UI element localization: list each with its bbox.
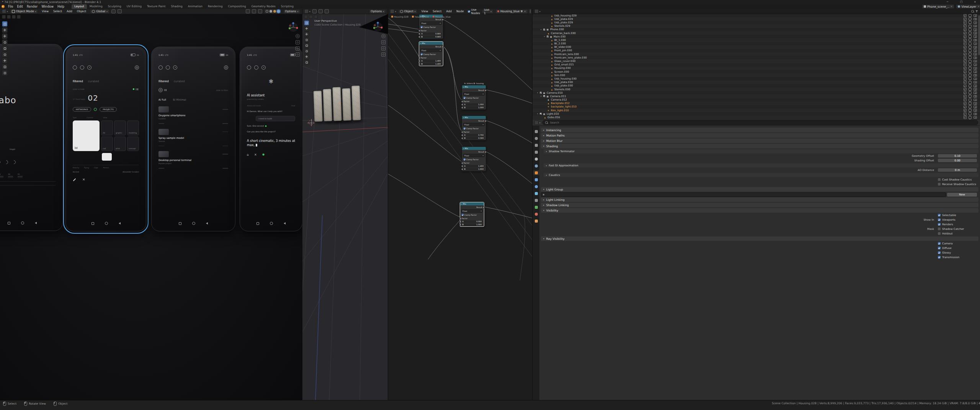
workspace-tab[interactable]: Geometry Nodes: [248, 4, 278, 9]
node-clamp-checkbox[interactable]: Clamp Factor: [462, 127, 486, 130]
category-tile[interactable]: modeling: [127, 120, 139, 135]
properties-tab[interactable]: [533, 212, 539, 216]
breadcrumb-item[interactable]: Housing_blue›: [433, 15, 451, 18]
subsection-caustics[interactable]: ▾Caustics: [544, 173, 978, 177]
node-input-a[interactable]: A0.700: [463, 134, 485, 137]
editor-type-button[interactable]: ▾: [534, 120, 541, 125]
properties-search[interactable]: [542, 120, 978, 125]
back-icon[interactable]: [119, 222, 121, 225]
selectable-toggle-icon[interactable]: [964, 102, 967, 105]
material-shading-icon[interactable]: [273, 10, 276, 13]
loop-icon[interactable]: [158, 65, 163, 70]
tab-filtered[interactable]: filtered: [73, 80, 83, 83]
viewport-visibility-icon[interactable]: [969, 88, 972, 91]
material-selector[interactable]: Housing_blue ×: [495, 9, 528, 14]
settings-gear-icon[interactable]: [224, 65, 228, 70]
toggle-perspective-icon[interactable]: [381, 52, 385, 57]
menu-item[interactable]: Render: [25, 5, 39, 8]
outliner-row[interactable]: ▾ Phone.030: [532, 28, 980, 31]
viewport-visibility-icon[interactable]: [969, 95, 972, 98]
rendered-shading-icon[interactable]: [277, 10, 280, 13]
typed-prompt[interactable]: A short cinematic, 3 minutes at max,: [247, 139, 295, 147]
render-visibility-icon[interactable]: [973, 25, 977, 28]
selectable-toggle-icon[interactable]: [964, 95, 967, 98]
transform-orientation-dropdown[interactable]: Global▾: [90, 9, 109, 14]
node-menu-item[interactable]: Select: [431, 10, 443, 13]
tab-curated[interactable]: curated: [88, 80, 99, 83]
render-visibility-icon[interactable]: [973, 18, 977, 21]
properties-tab[interactable]: [533, 163, 539, 168]
projects-button[interactable]: PROJECTS: [100, 107, 117, 112]
selectable-checkbox[interactable]: [938, 214, 941, 216]
render-visibility-icon[interactable]: [973, 14, 977, 17]
recents-icon[interactable]: [179, 222, 181, 225]
proportional-edit-icon[interactable]: [118, 9, 122, 13]
outliner-row[interactable]: ▾ Rim_light.010: [532, 109, 980, 112]
recents-icon[interactable]: [256, 222, 259, 225]
properties-tab[interactable]: [533, 205, 539, 210]
shader-node-editor[interactable]: ▾ Object▾ ViewSelectAddNode Use Nodes Sl…: [388, 9, 532, 400]
shader-type-dropdown[interactable]: Object▾: [398, 9, 418, 14]
workspace-tab[interactable]: Layout: [72, 4, 87, 9]
tool-move[interactable]: [304, 31, 309, 37]
tool-cursor[interactable]: [2, 27, 8, 33]
close-icon[interactable]: ×: [254, 153, 257, 156]
use-nodes-checkbox[interactable]: Use Nodes: [468, 9, 480, 15]
render-visibility-icon[interactable]: [973, 42, 977, 45]
outliner-row[interactable]: ▾ Screen.030: [532, 70, 980, 73]
collection-checkbox[interactable]: [543, 29, 545, 31]
outliner-row[interactable]: ▾ Main.030: [532, 35, 980, 38]
outliner-row[interactable]: ▾ Stensils.030: [532, 88, 980, 91]
outliner-row[interactable]: ▾ Usb_plata.029: [532, 17, 980, 21]
node-input-a[interactable]: A1.400: [420, 60, 442, 63]
outliner-row[interactable]: ▾ Bt_slider.030: [532, 46, 980, 49]
outliner-row[interactable]: ▾ Frontcam_lens.030: [532, 52, 980, 56]
mode-dropdown[interactable]: Object Mode▾: [10, 9, 38, 14]
node-input-a[interactable]: A1.000: [463, 103, 485, 106]
render-visibility-icon[interactable]: [973, 21, 977, 24]
workspace-tab[interactable]: UV Editing: [124, 4, 144, 9]
viewport-visibility-icon[interactable]: [969, 56, 972, 59]
product-card[interactable]: Desktop personal terminal Popular projec…: [158, 151, 228, 169]
chart-bars-icon[interactable]: [164, 89, 167, 91]
navigation-gizmo[interactable]: [372, 21, 383, 34]
properties-tab[interactable]: [533, 198, 539, 203]
mode-full[interactable]: A/ Full: [158, 98, 166, 101]
workspace-tab[interactable]: Rendering: [205, 4, 225, 9]
outliner-row[interactable]: ▾ Camera.011: [532, 94, 980, 98]
selectable-toggle-icon[interactable]: [964, 46, 967, 49]
mix-node[interactable]: ▾Mix Result Float▾ Clamp Factor Factor A…: [462, 146, 486, 171]
node-header[interactable]: ▾Mix: [462, 147, 486, 150]
home-icon[interactable]: [192, 222, 195, 225]
viewport-visibility-icon[interactable]: [969, 42, 972, 45]
timer-icon[interactable]: [173, 65, 177, 70]
mode-minimal[interactable]: B/ Minimal: [173, 98, 186, 101]
node-input-b[interactable]: B1.000: [461, 223, 483, 226]
node-header[interactable]: ▾Mix: [462, 85, 486, 88]
viewport-visibility-icon[interactable]: [969, 70, 972, 73]
recents-icon[interactable]: [8, 222, 10, 225]
viewport-visibility-icon[interactable]: [969, 106, 972, 108]
search-input[interactable]: [549, 121, 975, 125]
ao-distance-field[interactable]: 0 m: [938, 168, 977, 172]
render-visibility-icon[interactable]: [973, 53, 977, 55]
options-dropdown[interactable]: Options▾: [369, 9, 386, 14]
viewport-visibility-icon[interactable]: [969, 46, 972, 49]
login-link[interactable]: forgot: [10, 148, 15, 150]
outliner-row[interactable]: ▾ Usb_housing.030: [532, 77, 980, 80]
selectable-toggle-icon[interactable]: [964, 91, 967, 94]
phone-mockup-3[interactable]: 1:41 LTE 88 filtered curated: [151, 47, 235, 231]
chart-bars-icon[interactable]: [136, 88, 139, 90]
outliner-row[interactable]: ▾ Grid_small.015: [532, 63, 980, 67]
tab-curated[interactable]: curated: [174, 80, 185, 83]
phone-mockup-4[interactable]: 1:41 LTE ✱ AI assistant powered by colla…: [240, 47, 302, 231]
shading-mode-switch[interactable]: [264, 9, 281, 14]
viewport-visibility-icon[interactable]: [969, 32, 972, 34]
menu-item[interactable]: Edit: [15, 5, 25, 8]
node-header[interactable]: ▾Mix: [460, 202, 484, 205]
properties-tab[interactable]: [533, 218, 539, 223]
workspace-tab[interactable]: Shading: [168, 4, 185, 9]
viewport-visibility-icon[interactable]: [969, 67, 972, 70]
tool-select-box[interactable]: [304, 20, 309, 26]
unlink-material-icon[interactable]: ×: [524, 10, 526, 13]
